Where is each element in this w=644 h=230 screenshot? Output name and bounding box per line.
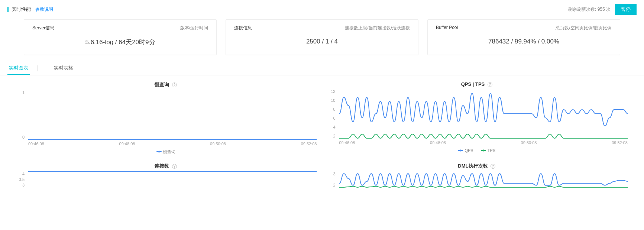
legend-item[interactable]: TPS [481, 148, 495, 153]
card-server-sub: 版本/运行时间 [180, 25, 208, 31]
refresh-count: 955 [598, 7, 605, 12]
chart-qps-legend: QPSTPS [326, 145, 628, 155]
chart-dml-plot: 32 [326, 172, 628, 194]
tabs: 实时图表 实时表格 [0, 59, 644, 75]
card-buffer: Buffer Pool 总页数/空闲页比例/脏页比例 786432 / 99.9… [427, 19, 620, 55]
title-accent-bar [7, 7, 9, 12]
info-cards: Server信息 版本/运行时间 5.6.16-log / 64天20时9分 连… [0, 17, 644, 59]
charts-grid: 慢查询 ? 1009:46:0809:48:0809:50:0809:52:08… [0, 75, 644, 198]
legend-item[interactable]: 慢查询 [156, 149, 175, 155]
chart-conn-title-row: 连接数 ? [15, 161, 317, 172]
card-server-head: Server信息 版本/运行时间 [32, 25, 208, 31]
help-icon[interactable]: ? [172, 164, 177, 169]
chart-conn-title: 连接数 [155, 163, 169, 169]
chart-qps-tps: QPS | TPS ? 1210864209:46:0809:48:0809:5… [326, 79, 637, 157]
card-buffer-head: Buffer Pool 总页数/空闲页比例/脏页比例 [436, 25, 612, 31]
chart-dml: DML执行次数 ? 32 [326, 161, 637, 194]
y-tick: 4 [15, 172, 25, 176]
legend-label: QPS [465, 148, 473, 153]
y-tick: 3 [326, 172, 336, 176]
card-conn-title: 连接信息 [234, 25, 252, 31]
legend-item[interactable]: QPS [458, 148, 473, 153]
chart-slow-plot: 1009:46:0809:48:0809:50:0809:52:08 [15, 90, 317, 146]
y-tick: 4 [326, 125, 336, 129]
x-tick: 09:46:08 [28, 142, 44, 146]
header-left: 实时性能 参数说明 [7, 6, 53, 13]
x-tick: 09:52:08 [301, 142, 317, 146]
chart-connections: 连接数 ? 43.53 [15, 161, 326, 194]
tab-table[interactable]: 实时表格 [52, 62, 75, 75]
refresh-prefix: 剩余刷新次数: [568, 7, 596, 12]
refresh-suffix: 次 [606, 7, 611, 12]
tab-separator [37, 65, 38, 71]
card-buffer-value: 786432 / 99.94% / 0.00% [436, 38, 612, 45]
page-header: 实时性能 参数说明 剩余刷新次数: 955 次 暂停 [0, 0, 644, 17]
tab-chart[interactable]: 实时图表 [7, 62, 30, 75]
help-icon[interactable]: ? [488, 82, 492, 87]
x-tick: 09:52:08 [612, 140, 628, 145]
params-link[interactable]: 参数说明 [35, 6, 53, 13]
chart-qps-title: QPS | TPS [461, 81, 485, 87]
legend-label: 慢查询 [163, 149, 175, 155]
card-server-title: Server信息 [32, 25, 54, 31]
chart-qps-title-row: QPS | TPS ? [326, 79, 628, 89]
card-buffer-sub: 总页数/空闲页比例/脏页比例 [556, 25, 612, 31]
card-buffer-title: Buffer Pool [436, 25, 458, 31]
x-tick: 09:50:08 [210, 142, 226, 146]
chart-dml-title-row: DML执行次数 ? [326, 161, 628, 172]
x-tick: 09:48:08 [430, 140, 446, 145]
x-tick: 09:46:08 [339, 140, 355, 145]
chart-slow-query: 慢查询 ? 1009:46:0809:48:0809:50:0809:52:08… [15, 79, 326, 157]
y-tick: 3 [15, 183, 25, 187]
chart-dml-title: DML执行次数 [458, 163, 488, 169]
y-tick: 6 [326, 116, 336, 120]
y-tick: 2 [326, 134, 336, 138]
card-server-value: 5.6.16-log / 64天20时9分 [32, 38, 208, 46]
y-tick: 12 [326, 89, 336, 94]
chart-slow-legend: 慢查询 [15, 146, 317, 157]
card-server: Server信息 版本/运行时间 5.6.16-log / 64天20时9分 [24, 19, 217, 55]
pause-button[interactable]: 暂停 [615, 4, 637, 15]
legend-label: TPS [488, 148, 495, 153]
chart-slow-title: 慢查询 [155, 82, 169, 87]
y-tick: 10 [326, 98, 336, 103]
page-title: 实时性能 [12, 6, 31, 13]
chart-conn-plot: 43.53 [15, 172, 317, 194]
card-conn-sub: 连接数上限/当前连接数/活跃连接 [345, 25, 410, 31]
y-tick: 3.5 [15, 177, 25, 182]
chart-qps-plot: 1210864209:46:0809:48:0809:50:0809:52:08 [326, 89, 628, 145]
x-tick: 09:48:08 [119, 142, 135, 146]
y-tick: 0 [15, 135, 25, 139]
x-tick: 09:50:08 [521, 140, 537, 145]
chart-slow-title-row: 慢查询 ? [15, 79, 317, 90]
header-right: 剩余刷新次数: 955 次 暂停 [568, 4, 637, 15]
help-icon[interactable]: ? [491, 164, 495, 169]
y-tick: 2 [326, 183, 336, 187]
y-tick: 1 [15, 90, 25, 95]
card-conn-head: 连接信息 连接数上限/当前连接数/活跃连接 [234, 25, 410, 31]
card-conn-value: 2500 / 1 / 4 [234, 38, 410, 45]
help-icon[interactable]: ? [172, 82, 177, 87]
refresh-remaining: 剩余刷新次数: 955 次 [568, 6, 611, 13]
card-conn: 连接信息 连接数上限/当前连接数/活跃连接 2500 / 1 / 4 [226, 19, 418, 55]
y-tick: 8 [326, 107, 336, 111]
